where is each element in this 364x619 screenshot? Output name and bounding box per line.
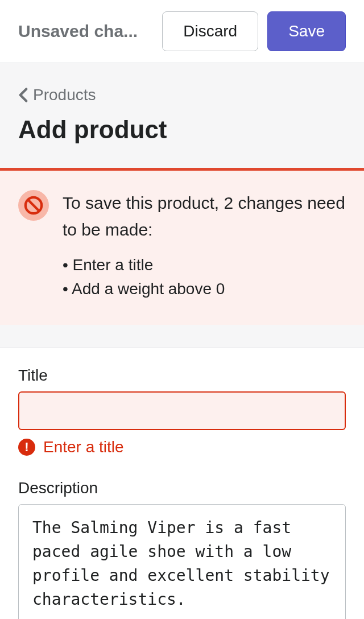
title-error: ! Enter a title [18, 438, 346, 456]
error-icon: ! [18, 439, 35, 456]
page-header: Products Add product [0, 63, 364, 168]
discard-button[interactable]: Discard [162, 11, 258, 51]
description-field-group: Description The Salming Viper is a fast … [18, 479, 346, 619]
title-error-text: Enter a title [43, 438, 124, 456]
title-input[interactable] [18, 391, 346, 430]
top-bar: Unsaved cha... Discard Save [0, 0, 364, 63]
svg-line-1 [28, 200, 39, 211]
error-banner: To save this product, 2 changes need to … [0, 168, 364, 325]
page-title: Add product [18, 115, 346, 144]
save-button[interactable]: Save [267, 11, 346, 51]
form-section: Title ! Enter a title Description The Sa… [0, 348, 364, 619]
chevron-left-icon [18, 87, 28, 103]
unsaved-changes-label: Unsaved cha... [18, 22, 138, 41]
title-label: Title [18, 366, 346, 385]
banner-list-item: Enter a title [63, 253, 346, 277]
description-label: Description [18, 479, 346, 497]
breadcrumb-label: Products [33, 86, 96, 104]
top-bar-actions: Discard Save [162, 11, 346, 51]
title-field-group: Title ! Enter a title [18, 366, 346, 456]
breadcrumb[interactable]: Products [18, 86, 346, 104]
banner-heading: To save this product, 2 changes need to … [63, 190, 346, 243]
description-input[interactable]: The Salming Viper is a fast paced agile … [18, 504, 346, 619]
banner-list-item: Add a weight above 0 [63, 277, 346, 301]
banner-list: Enter a title Add a weight above 0 [63, 253, 346, 301]
prohibited-icon [18, 190, 49, 221]
banner-content: To save this product, 2 changes need to … [63, 190, 346, 301]
